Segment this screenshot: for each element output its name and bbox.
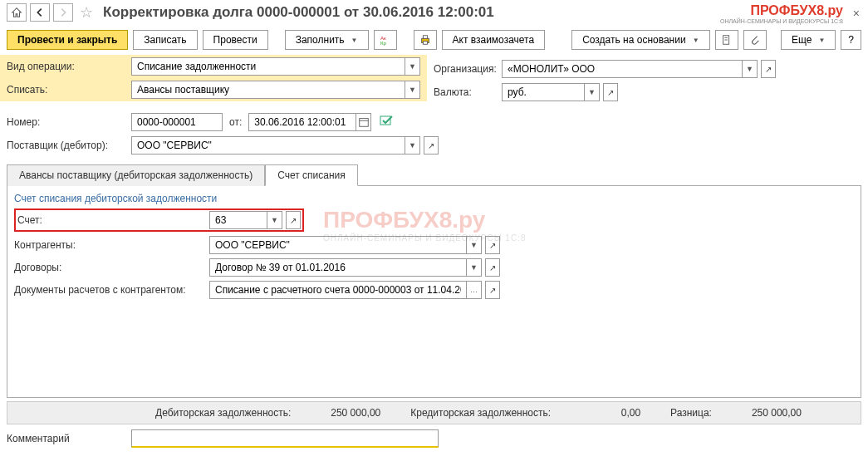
tab-advances[interactable]: Авансы поставщику (дебиторская задолженн…	[7, 164, 265, 186]
docs-label: Документы расчетов с контрагентом:	[14, 284, 209, 296]
home-icon[interactable]	[7, 3, 27, 22]
act-button[interactable]: Акт взаимозачета	[442, 30, 546, 50]
contract-label: Договоры:	[14, 262, 209, 273]
chevron-down-icon[interactable]: ▼	[585, 83, 600, 101]
supplier-field[interactable]	[131, 136, 405, 155]
debit-value: 250 000,00	[297, 407, 380, 419]
dk-button[interactable]: АкКр	[374, 30, 397, 50]
number-label: Номер:	[7, 116, 131, 128]
account-label: Счет:	[17, 214, 209, 226]
open-icon[interactable]: ↗	[485, 281, 500, 299]
open-icon[interactable]: ↗	[603, 83, 618, 101]
page-title: Корректировка долга 0000-000001 от 30.06…	[103, 4, 494, 21]
comment-field[interactable]	[131, 429, 439, 448]
comment-label: Комментарий	[7, 433, 131, 444]
org-label: Организация:	[434, 63, 502, 75]
open-icon[interactable]: ↗	[286, 211, 301, 229]
status-icon	[380, 115, 393, 130]
chevron-down-icon[interactable]: ▼	[467, 236, 482, 254]
contract-field[interactable]	[209, 258, 467, 277]
currency-label: Валюта:	[434, 86, 502, 98]
svg-rect-4	[423, 42, 427, 45]
chevron-down-icon[interactable]: ▼	[743, 60, 758, 78]
write-off-field[interactable]	[131, 81, 405, 99]
fill-button[interactable]: Заполнить▼	[285, 30, 369, 50]
credit-value: 0,00	[557, 407, 640, 419]
create-based-button[interactable]: Создать на основании▼	[571, 30, 709, 50]
post-button[interactable]: Провести	[203, 30, 268, 50]
date-field[interactable]	[248, 113, 356, 131]
credit-label: Кредиторская задолженность:	[410, 407, 551, 419]
favorite-icon[interactable]: ☆	[80, 3, 93, 22]
diff-label: Разница:	[670, 407, 712, 419]
svg-rect-8	[360, 119, 369, 127]
chevron-down-icon[interactable]: ▼	[267, 211, 282, 229]
contragent-field[interactable]	[209, 236, 467, 254]
debit-label: Дебиторская задолженность:	[155, 407, 291, 419]
tab-writeoff-account[interactable]: Счет списания	[265, 164, 358, 186]
more-button[interactable]: Еще▼	[781, 30, 836, 50]
post-and-close-button[interactable]: Провести и закрыть	[7, 30, 128, 50]
back-icon[interactable]	[30, 3, 50, 22]
write-off-label: Списать:	[7, 84, 131, 96]
close-icon[interactable]: ×	[853, 7, 860, 20]
currency-field[interactable]	[502, 83, 585, 101]
chevron-down-icon[interactable]: ▼	[405, 57, 420, 76]
help-icon[interactable]: ?	[841, 30, 861, 50]
open-icon[interactable]: ↗	[485, 236, 500, 254]
attach-icon[interactable]	[715, 30, 738, 50]
section-title: Счет списания дебиторской задолженности	[14, 193, 854, 204]
write-button[interactable]: Записать	[133, 30, 197, 50]
forward-icon	[53, 3, 73, 22]
op-type-label: Вид операции:	[7, 61, 131, 72]
chevron-down-icon[interactable]: ▼	[467, 258, 482, 277]
chevron-down-icon[interactable]: ▼	[405, 136, 420, 155]
brand-logo: ПРОФБУХ8.ру ОНЛАЙН-СЕМИНАРЫ И ВИДЕОКУРСЫ…	[720, 3, 843, 24]
open-icon[interactable]: ↗	[424, 136, 439, 155]
open-icon[interactable]: ↗	[485, 258, 500, 277]
calendar-icon[interactable]	[356, 113, 371, 131]
open-icon[interactable]: ↗	[761, 60, 776, 78]
clip-icon[interactable]	[743, 30, 767, 50]
svg-text:Кр: Кр	[380, 40, 386, 46]
chevron-down-icon[interactable]: ▼	[405, 81, 420, 99]
contragent-label: Контрагенты:	[14, 239, 209, 251]
docs-field[interactable]	[209, 281, 467, 299]
ellipsis-icon[interactable]: …	[467, 281, 482, 299]
op-type-field[interactable]	[131, 57, 405, 76]
print-icon[interactable]	[414, 30, 437, 50]
svg-rect-3	[423, 36, 427, 39]
supplier-label: Поставщик (дебитор):	[7, 140, 131, 151]
org-field[interactable]	[502, 60, 743, 78]
number-field[interactable]	[131, 113, 223, 131]
diff-value: 250 000,00	[718, 407, 802, 419]
account-field[interactable]	[209, 211, 267, 229]
date-label: от:	[229, 116, 242, 128]
